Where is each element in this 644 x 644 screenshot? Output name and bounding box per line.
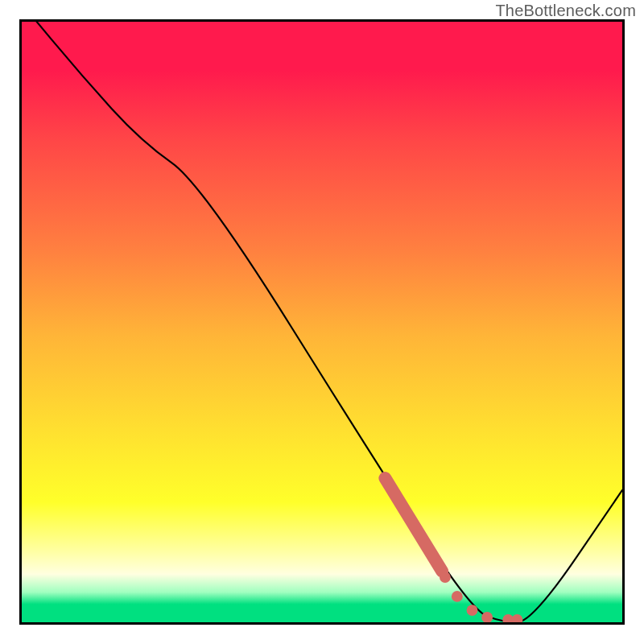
- highlight-thick-path: [385, 478, 442, 572]
- plot-area: [19, 19, 625, 625]
- highlight-dot: [467, 605, 478, 616]
- highlight-dot: [440, 572, 451, 583]
- highlight-dot: [512, 614, 523, 622]
- bottleneck-chart: TheBottleneck.com: [0, 0, 644, 644]
- watermark-text: TheBottleneck.com: [495, 2, 636, 20]
- bottleneck-curve-path: [22, 22, 622, 622]
- curve-layer: [22, 22, 622, 622]
- highlight-dot: [452, 591, 463, 602]
